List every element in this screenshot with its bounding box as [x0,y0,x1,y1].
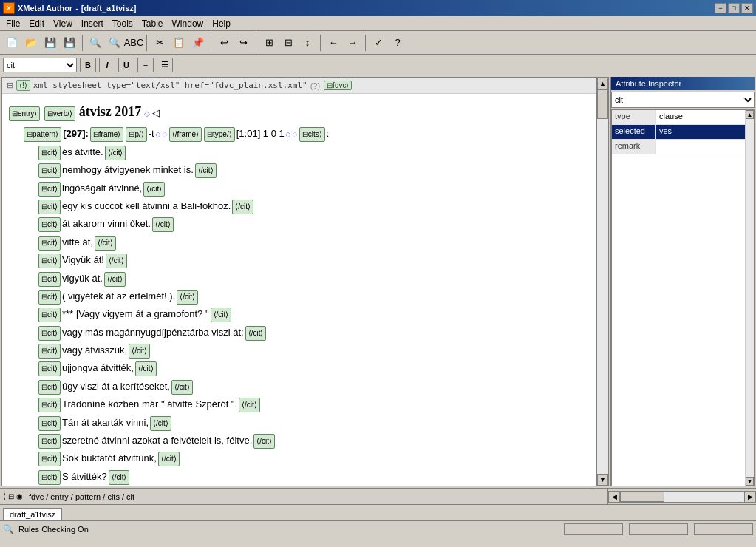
menu-insert[interactable]: Insert [77,17,108,30]
attr-value-selected[interactable]: yes [656,125,745,139]
cit-close-13[interactable]: ⟨/cit⟩ [135,361,157,376]
validate-button[interactable]: ✓ [370,34,387,52]
frame-close-tag[interactable]: ⟨/frame⟩ [169,127,202,142]
cit-close-4[interactable]: ⟨/cit⟩ [232,200,253,214]
cit-close-12[interactable]: ⟨/cit⟩ [129,344,150,359]
paste-button[interactable]: 📌 [189,34,207,52]
redo-button[interactable]: ↪ [234,34,252,52]
cit-open-15[interactable]: ⊟cit⟩ [38,398,61,412]
menu-tools[interactable]: Tools [108,17,137,30]
cit-close-1[interactable]: ⟨/cit⟩ [105,146,126,160]
cit-open-9[interactable]: ⊟cit⟩ [38,290,61,305]
cit-open-19[interactable]: ⊟cit⟩ [38,470,61,485]
undo-button[interactable]: ↩ [215,34,233,52]
cit-close-2[interactable]: ⟨/cit⟩ [195,163,217,178]
attr-value-type[interactable]: clause [656,110,745,124]
save-button[interactable]: 💾 [41,34,59,52]
hscroll-thumb[interactable] [620,492,664,502]
attr-inspector-close[interactable]: ✕ [744,80,750,87]
bold-button[interactable]: B [80,58,96,72]
cit-close-8[interactable]: ⟨/cit⟩ [104,272,126,287]
find-button[interactable]: 🔍 [86,34,104,52]
scroll-thumb[interactable] [597,89,608,119]
list-unordered-button[interactable]: ☰ [157,58,173,72]
cit-open-10[interactable]: ⊟cit⟩ [38,308,61,322]
frame-open-tag[interactable]: ⊟frame⟩ [90,127,124,142]
list-ordered-button[interactable]: ≡ [137,58,154,72]
maximize-button[interactable]: □ [728,3,740,13]
menu-help[interactable]: Help [208,17,235,30]
attr-vscrollbar[interactable]: ▲ ▼ [745,110,754,486]
doc-area[interactable]: ⊟ ⟨!⟩ xml-stylesheet type="text/xsl" hre… [1,77,609,486]
attr-element-dropdown[interactable]: cit [611,92,755,108]
attr-scroll-down[interactable]: ▼ [746,477,754,486]
nav-icon-3[interactable]: ◉ [16,492,23,500]
cit-open-4[interactable]: ⊟cit⟩ [38,200,61,214]
table2-button[interactable]: ⊟ [279,34,297,52]
cit-open-12[interactable]: ⊟cit⟩ [38,344,61,359]
menu-file[interactable]: File [1,17,24,30]
cit-open-8[interactable]: ⊟cit⟩ [38,272,61,287]
scroll-left-btn[interactable]: ◀ [608,491,620,503]
menu-window[interactable]: Window [168,17,208,30]
verb-open-tag[interactable]: ⊟verb/⟩ [44,106,75,121]
menu-table[interactable]: Table [137,17,168,30]
attr-scroll-up[interactable]: ▲ [746,110,754,119]
attr-row-selected[interactable]: selected yes [612,125,745,140]
cit-close-10[interactable]: ⟨/cit⟩ [211,308,232,322]
cit-open-13[interactable]: ⊟cit⟩ [38,361,61,376]
cit-open-3[interactable]: ⊟cit⟩ [38,182,61,197]
menu-edit[interactable]: Edit [24,17,49,30]
close-button[interactable]: ✕ [741,3,753,13]
cit-open-16[interactable]: ⊟cit⟩ [38,416,61,431]
cit-close-16[interactable]: ⟨/cit⟩ [150,416,171,431]
p-open-tag[interactable]: ⊟p/⟩ [126,127,146,142]
cit-open-7[interactable]: ⊟cit⟩ [38,254,61,268]
insert-button[interactable]: ↕ [299,34,316,52]
cit-open-18[interactable]: ⊟cit⟩ [38,452,61,466]
cit-close-5[interactable]: ⟨/cit⟩ [152,217,174,232]
abc-button[interactable]: ABC [125,34,143,52]
cit-open-5[interactable]: ⊟cit⟩ [38,217,61,232]
copy-button[interactable]: 📋 [170,34,188,52]
nav-icon-2[interactable]: ⊟ [8,492,14,500]
cits-open-tag[interactable]: ⊟cits⟩ [299,127,325,142]
cit-close-19[interactable]: ⟨/cit⟩ [109,470,130,485]
cit-close-11[interactable]: ⟨/cit⟩ [245,326,267,341]
scroll-up-btn[interactable]: ▲ [597,78,608,89]
pattern-open-tag[interactable]: ⊟pattern⟩ [24,127,61,142]
cit-open-14[interactable]: ⊟cit⟩ [38,380,61,395]
cit-open-6[interactable]: ⊟cit⟩ [38,236,61,251]
save2-button[interactable]: 💾 [61,34,78,52]
cit-close-17[interactable]: ⟨/cit⟩ [253,434,275,449]
cit-close-7[interactable]: ⟨/cit⟩ [106,254,127,268]
cit-open-1[interactable]: ⊟cit⟩ [38,146,61,160]
attr-value-remark[interactable] [656,140,745,154]
cit-open-17[interactable]: ⊟cit⟩ [38,434,61,449]
findall-button[interactable]: 🔍 [106,34,123,52]
new-button[interactable]: 📄 [3,34,21,52]
doc-vscrollbar[interactable]: ▲ ▼ [596,78,608,486]
table-button[interactable]: ⊞ [260,34,278,52]
open-button[interactable]: 📂 [22,34,40,52]
type-open-tag[interactable]: ⊟type/⟩ [204,127,235,142]
entry-open-tag[interactable]: ⊟entry⟩ [9,106,40,121]
tab-draft[interactable]: draft_a1tvisz [3,508,62,520]
cit-close-15[interactable]: ⟨/cit⟩ [239,398,260,412]
cit-close-6[interactable]: ⟨/cit⟩ [95,236,116,251]
italic-button[interactable]: I [99,58,115,72]
scroll-down-btn[interactable]: ▼ [597,474,608,486]
forward-button[interactable]: → [344,34,361,52]
cit-close-9[interactable]: ⟨/cit⟩ [177,290,198,305]
fdvc-tag[interactable]: ⊟fdvc⟩ [324,81,352,90]
minimize-button[interactable]: − [715,3,726,13]
cit-close-14[interactable]: ⟨/cit⟩ [171,380,193,395]
scroll-right-btn[interactable]: ▶ [744,491,756,503]
cit-open-11[interactable]: ⊟cit⟩ [38,326,61,341]
help2-button[interactable]: ? [389,34,406,52]
nav-icon-1[interactable]: ⟨ [3,492,6,500]
hscroll-track[interactable] [620,491,744,503]
cit-close-18[interactable]: ⟨/cit⟩ [158,452,180,466]
cit-open-2[interactable]: ⊟cit⟩ [38,163,61,178]
cut-button[interactable]: ✂ [151,34,168,52]
